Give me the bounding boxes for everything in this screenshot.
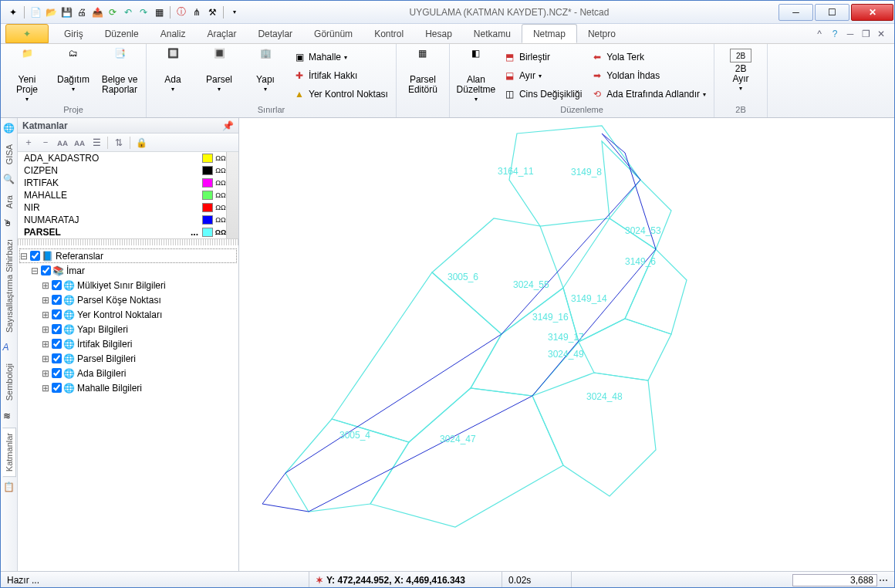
ayir-button[interactable]: ⬓Ayır ▾ bbox=[501, 67, 585, 84]
tree-item[interactable]: ⊞🌐İrtifak Bilgileri bbox=[19, 336, 237, 351]
yeni-proje-button[interactable]: 📁 Yeni Proje▾ bbox=[5, 49, 49, 103]
tree-imar[interactable]: ⊟📚İmar bbox=[19, 263, 237, 278]
yer-kontrol-button[interactable]: ▲Yer Kontrol Noktası bbox=[290, 86, 391, 103]
sidetab-sayisal[interactable]: Sayısallaştırma Sihirbazı bbox=[3, 235, 15, 337]
tab-hesap[interactable]: Hesap bbox=[414, 24, 463, 43]
tree-checkbox[interactable] bbox=[52, 383, 62, 393]
yoldan-ihdas-button[interactable]: ➡Yoldan İhdas bbox=[588, 67, 709, 84]
grid-icon[interactable]: ▦ bbox=[153, 6, 165, 19]
help-icon[interactable]: ? bbox=[829, 29, 840, 39]
scrollbar[interactable] bbox=[226, 152, 238, 238]
export-icon[interactable]: 📤 bbox=[91, 6, 103, 19]
layers-icon[interactable]: ≋ bbox=[3, 411, 15, 423]
tree-checkbox[interactable] bbox=[30, 251, 40, 261]
layer-row[interactable]: NUMARATAJΩΩ✖ bbox=[18, 214, 238, 226]
tab-duzenle[interactable]: Düzenle bbox=[94, 24, 150, 43]
refresh-green-icon[interactable]: ⟳ bbox=[106, 6, 119, 19]
ada-button[interactable]: 🔲 Ada▾ bbox=[151, 49, 194, 93]
pin-icon[interactable]: 📌 bbox=[222, 120, 234, 131]
status-value-input[interactable] bbox=[792, 574, 877, 586]
list-icon[interactable]: ☰ bbox=[90, 137, 103, 149]
save-icon[interactable]: 💾 bbox=[60, 6, 73, 19]
ada-etrafinda-button[interactable]: ⟲Ada Etrafında Adlandır ▾ bbox=[588, 86, 709, 103]
close2-icon[interactable]: ✕ bbox=[876, 29, 887, 39]
map-canvas[interactable]: 3164_11 3149_8 3024_53 3149_6 3005_6 302… bbox=[239, 118, 894, 571]
parsel-editoru-button[interactable]: ▦ Parsel Editörü bbox=[401, 49, 444, 95]
yapi-button[interactable]: 🏢 Yapı▾ bbox=[244, 49, 287, 93]
close-button[interactable]: ✕ bbox=[851, 4, 893, 21]
tab-gorunum[interactable]: Görünüm bbox=[303, 24, 363, 43]
sort-icon[interactable]: ⇅ bbox=[113, 137, 125, 149]
dagitim-button[interactable]: 🗂 Dağıtım▾ bbox=[52, 49, 95, 93]
splitter[interactable] bbox=[18, 239, 238, 245]
tab-analiz[interactable]: Analiz bbox=[150, 24, 197, 43]
tree-item[interactable]: ⊞🌐Parsel Köşe Noktası bbox=[19, 292, 237, 307]
print-icon[interactable]: 🖨 bbox=[76, 6, 88, 19]
tab-netpro[interactable]: Netpro bbox=[577, 24, 626, 43]
gisa-icon[interactable]: 🌐 bbox=[3, 123, 15, 135]
tree-checkbox[interactable] bbox=[52, 353, 62, 363]
graph-icon[interactable]: ⋔ bbox=[191, 6, 203, 19]
layer-row[interactable]: NIRΩΩ✖ bbox=[18, 201, 238, 214]
tree-checkbox[interactable] bbox=[52, 280, 62, 290]
sidetab-ara[interactable]: Ara bbox=[3, 191, 15, 213]
tree-item[interactable]: ⊞🌐Yer Kontrol Noktaları bbox=[19, 307, 237, 322]
lock-icon[interactable]: 🔒 bbox=[135, 137, 147, 149]
tab-kontrol[interactable]: Kontrol bbox=[363, 24, 414, 43]
filter-icon[interactable]: ᴀᴀ bbox=[56, 137, 69, 149]
tree-checkbox[interactable] bbox=[52, 368, 62, 378]
tree-item[interactable]: ⊞🌐Mülkiyet Sınır Bilgileri bbox=[19, 278, 237, 292]
tree-item[interactable]: ⊞🌐Mahalle Bilgileri bbox=[19, 380, 237, 395]
min2-icon[interactable]: ─ bbox=[845, 29, 856, 39]
tree-item[interactable]: ⊞🌐Parsel Bilgileri bbox=[19, 351, 237, 366]
mahalle-button[interactable]: ▣Mahalle ▾ bbox=[290, 49, 391, 66]
minimize-button[interactable]: ─ bbox=[778, 4, 813, 21]
tree-checkbox[interactable] bbox=[52, 295, 62, 305]
wizard-icon[interactable]: 🖱 bbox=[3, 218, 15, 230]
qat-dropdown-icon[interactable]: ▾ bbox=[228, 6, 241, 19]
tab-detaylar[interactable]: Detaylar bbox=[247, 24, 303, 43]
restore2-icon[interactable]: ❐ bbox=[860, 29, 871, 39]
layer-row[interactable]: PARSEL...ΩΩ✖ bbox=[18, 226, 238, 238]
redo-icon[interactable]: ↷ bbox=[137, 6, 150, 19]
yola-terk-button[interactable]: ⬅Yola Terk bbox=[588, 49, 709, 66]
sidetab-semboloji[interactable]: Semboloji bbox=[3, 359, 15, 405]
filter2-icon[interactable]: ᴀᴀ bbox=[73, 137, 86, 149]
open-icon[interactable]: 📂 bbox=[45, 6, 57, 19]
cins-button[interactable]: ◫Cins Değişikliği bbox=[501, 86, 585, 103]
sidetab-gisa[interactable]: GISA bbox=[3, 140, 15, 169]
extra-icon[interactable]: 📋 bbox=[3, 482, 15, 494]
tab-netmap[interactable]: Netmap bbox=[522, 24, 577, 43]
tree-checkbox[interactable] bbox=[52, 324, 62, 334]
symbology-icon[interactable]: A bbox=[3, 342, 15, 354]
layer-row[interactable]: IRTIFAKΩΩ✖ bbox=[18, 177, 238, 189]
tree-item[interactable]: ⊞🌐Ada Bilgileri bbox=[19, 366, 237, 380]
birlestir-button[interactable]: ⬒Birleştir bbox=[501, 49, 585, 66]
layer-row[interactable]: MAHALLEΩΩ✖ bbox=[18, 189, 238, 201]
layer-row[interactable]: CIZPENΩΩ✖ bbox=[18, 164, 238, 177]
irtifak-button[interactable]: ✚İrtifak Hakkı bbox=[290, 67, 391, 84]
tree-item[interactable]: ⊞🌐Yapı Bilgileri bbox=[19, 322, 237, 336]
belge-raporlar-button[interactable]: 📑 Belge ve Raporlar bbox=[98, 49, 141, 95]
tree-root[interactable]: ⊟📘Referanslar bbox=[19, 248, 237, 263]
remove-layer-icon[interactable]: － bbox=[39, 137, 52, 149]
tree-checkbox[interactable] bbox=[52, 309, 62, 319]
tab-netkamu[interactable]: Netkamu bbox=[463, 24, 522, 43]
tree-checkbox[interactable] bbox=[52, 339, 62, 349]
tab-araclar[interactable]: Araçlar bbox=[196, 24, 247, 43]
info-icon[interactable]: ⓘ bbox=[175, 6, 187, 19]
add-layer-icon[interactable]: ＋ bbox=[22, 137, 35, 149]
maximize-button[interactable]: ☐ bbox=[815, 4, 849, 21]
search-icon[interactable]: 🔍 bbox=[3, 174, 15, 186]
2b-ayir-button[interactable]: 2B 2B Ayır▾ bbox=[719, 49, 762, 93]
undo-icon[interactable]: ↶ bbox=[122, 6, 134, 19]
collapse-ribbon-icon[interactable]: ^ bbox=[814, 29, 825, 39]
tool-icon[interactable]: ⚒ bbox=[206, 6, 218, 19]
sidetab-katmanlar[interactable]: Katmanlar bbox=[2, 427, 16, 477]
tree-checkbox[interactable] bbox=[41, 265, 51, 275]
parsel-button[interactable]: 🔳 Parsel▾ bbox=[198, 49, 241, 93]
new-icon[interactable]: 📄 bbox=[29, 6, 42, 19]
file-tab[interactable]: ✦ bbox=[5, 24, 49, 43]
alan-duzeltme-button[interactable]: ◧ Alan Düzeltme▾ bbox=[454, 49, 498, 103]
layer-row[interactable]: ADA_KADASTROΩΩ✖ bbox=[18, 152, 238, 164]
